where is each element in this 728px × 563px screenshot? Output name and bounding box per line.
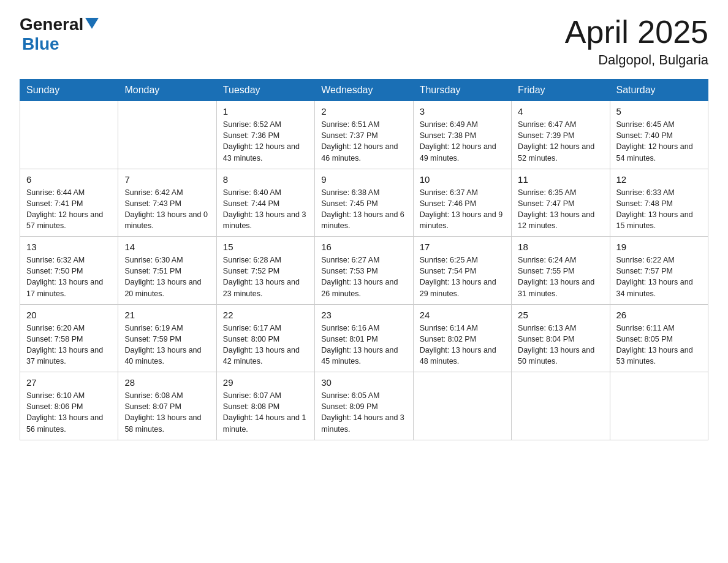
- calendar-cell: 19Sunrise: 6:22 AMSunset: 7:57 PMDayligh…: [610, 237, 708, 305]
- svg-marker-0: [85, 18, 99, 29]
- calendar-title: April 2025: [565, 15, 708, 50]
- day-number: 8: [223, 174, 308, 185]
- day-info: Sunrise: 6:52 AMSunset: 7:36 PMDaylight:…: [223, 119, 308, 164]
- day-info: Sunrise: 6:22 AMSunset: 7:57 PMDaylight:…: [616, 255, 702, 299]
- day-info: Sunrise: 6:51 AMSunset: 7:37 PMDaylight:…: [321, 119, 406, 164]
- calendar-cell: 11Sunrise: 6:35 AMSunset: 7:47 PMDayligh…: [512, 169, 610, 237]
- calendar-cell: 20Sunrise: 6:20 AMSunset: 7:58 PMDayligh…: [20, 304, 118, 372]
- calendar-cell: 23Sunrise: 6:16 AMSunset: 8:01 PMDayligh…: [315, 304, 413, 372]
- calendar-body: 1Sunrise: 6:52 AMSunset: 7:36 PMDaylight…: [20, 101, 708, 440]
- day-info: Sunrise: 6:14 AMSunset: 8:02 PMDaylight:…: [420, 323, 505, 367]
- day-info: Sunrise: 6:49 AMSunset: 7:38 PMDaylight:…: [420, 119, 505, 164]
- day-info: Sunrise: 6:33 AMSunset: 7:48 PMDaylight:…: [616, 187, 702, 232]
- day-number: 18: [518, 242, 603, 252]
- calendar-cell: 16Sunrise: 6:27 AMSunset: 7:53 PMDayligh…: [315, 237, 413, 305]
- col-thursday: Thursday: [413, 80, 511, 101]
- day-number: 15: [223, 242, 308, 252]
- day-info: Sunrise: 6:19 AMSunset: 7:59 PMDaylight:…: [124, 323, 210, 367]
- calendar-table: Sunday Monday Tuesday Wednesday Thursday…: [20, 79, 708, 440]
- day-info: Sunrise: 6:40 AMSunset: 7:44 PMDaylight:…: [223, 187, 308, 232]
- day-info: Sunrise: 6:28 AMSunset: 7:52 PMDaylight:…: [223, 255, 308, 299]
- day-number: 20: [26, 310, 112, 320]
- calendar-cell: 1Sunrise: 6:52 AMSunset: 7:36 PMDaylight…: [216, 101, 314, 169]
- calendar-cell: [512, 372, 610, 440]
- day-number: 9: [321, 174, 406, 185]
- day-info: Sunrise: 6:47 AMSunset: 7:39 PMDaylight:…: [518, 119, 603, 164]
- calendar-header: Sunday Monday Tuesday Wednesday Thursday…: [20, 80, 708, 101]
- calendar-week-5: 27Sunrise: 6:10 AMSunset: 8:06 PMDayligh…: [20, 372, 708, 440]
- day-info: Sunrise: 6:25 AMSunset: 7:54 PMDaylight:…: [420, 255, 505, 299]
- calendar-cell: 24Sunrise: 6:14 AMSunset: 8:02 PMDayligh…: [413, 304, 511, 372]
- calendar-subtitle: Dalgopol, Bulgaria: [565, 52, 708, 68]
- day-number: 11: [518, 174, 603, 185]
- calendar-cell: 3Sunrise: 6:49 AMSunset: 7:38 PMDaylight…: [413, 101, 511, 169]
- day-info: Sunrise: 6:16 AMSunset: 8:01 PMDaylight:…: [321, 323, 406, 367]
- day-info: Sunrise: 6:05 AMSunset: 8:09 PMDaylight:…: [321, 390, 406, 435]
- calendar-cell: 9Sunrise: 6:38 AMSunset: 7:45 PMDaylight…: [315, 169, 413, 237]
- day-number: 5: [616, 106, 702, 117]
- calendar-cell: 13Sunrise: 6:32 AMSunset: 7:50 PMDayligh…: [20, 237, 118, 305]
- day-info: Sunrise: 6:32 AMSunset: 7:50 PMDaylight:…: [26, 255, 112, 299]
- calendar-cell: 6Sunrise: 6:44 AMSunset: 7:41 PMDaylight…: [20, 169, 118, 237]
- day-info: Sunrise: 6:37 AMSunset: 7:46 PMDaylight:…: [420, 187, 505, 232]
- day-number: 21: [124, 310, 210, 320]
- calendar-cell: 17Sunrise: 6:25 AMSunset: 7:54 PMDayligh…: [413, 237, 511, 305]
- calendar-cell: 18Sunrise: 6:24 AMSunset: 7:55 PMDayligh…: [512, 237, 610, 305]
- calendar-cell: 22Sunrise: 6:17 AMSunset: 8:00 PMDayligh…: [216, 304, 314, 372]
- calendar-cell: 30Sunrise: 6:05 AMSunset: 8:09 PMDayligh…: [315, 372, 413, 440]
- day-number: 22: [223, 310, 308, 320]
- calendar-cell: 15Sunrise: 6:28 AMSunset: 7:52 PMDayligh…: [216, 237, 314, 305]
- day-number: 28: [124, 377, 210, 388]
- calendar-cell: [610, 372, 708, 440]
- day-info: Sunrise: 6:20 AMSunset: 7:58 PMDaylight:…: [26, 323, 112, 367]
- col-friday: Friday: [512, 80, 610, 101]
- calendar-cell: 10Sunrise: 6:37 AMSunset: 7:46 PMDayligh…: [413, 169, 511, 237]
- calendar-cell: 4Sunrise: 6:47 AMSunset: 7:39 PMDaylight…: [512, 101, 610, 169]
- day-number: 12: [616, 174, 702, 185]
- calendar-cell: 25Sunrise: 6:13 AMSunset: 8:04 PMDayligh…: [512, 304, 610, 372]
- col-sunday: Sunday: [20, 80, 118, 101]
- day-number: 7: [124, 174, 210, 185]
- day-info: Sunrise: 6:44 AMSunset: 7:41 PMDaylight:…: [26, 187, 112, 232]
- day-info: Sunrise: 6:08 AMSunset: 8:07 PMDaylight:…: [124, 390, 210, 435]
- calendar-cell: [118, 101, 216, 169]
- header-row: Sunday Monday Tuesday Wednesday Thursday…: [20, 80, 708, 101]
- calendar-cell: [413, 372, 511, 440]
- col-monday: Monday: [118, 80, 216, 101]
- day-info: Sunrise: 6:07 AMSunset: 8:08 PMDaylight:…: [223, 390, 308, 435]
- page-header: General Blue April 2025 Dalgopol, Bulgar…: [20, 15, 708, 68]
- day-info: Sunrise: 6:45 AMSunset: 7:40 PMDaylight:…: [616, 119, 702, 164]
- day-number: 30: [321, 377, 406, 388]
- calendar-cell: 12Sunrise: 6:33 AMSunset: 7:48 PMDayligh…: [610, 169, 708, 237]
- day-number: 4: [518, 106, 603, 117]
- day-number: 10: [420, 174, 505, 185]
- day-number: 27: [26, 377, 112, 388]
- calendar-cell: 2Sunrise: 6:51 AMSunset: 7:37 PMDaylight…: [315, 101, 413, 169]
- day-number: 13: [26, 242, 112, 252]
- day-info: Sunrise: 6:13 AMSunset: 8:04 PMDaylight:…: [518, 323, 603, 367]
- logo-blue-text: Blue: [22, 34, 59, 54]
- day-info: Sunrise: 6:11 AMSunset: 8:05 PMDaylight:…: [616, 323, 702, 367]
- day-number: 25: [518, 310, 603, 320]
- day-info: Sunrise: 6:27 AMSunset: 7:53 PMDaylight:…: [321, 255, 406, 299]
- day-number: 19: [616, 242, 702, 252]
- calendar-cell: 27Sunrise: 6:10 AMSunset: 8:06 PMDayligh…: [20, 372, 118, 440]
- day-number: 14: [124, 242, 210, 252]
- col-tuesday: Tuesday: [216, 80, 314, 101]
- day-number: 17: [420, 242, 505, 252]
- calendar-cell: 21Sunrise: 6:19 AMSunset: 7:59 PMDayligh…: [118, 304, 216, 372]
- calendar-cell: 26Sunrise: 6:11 AMSunset: 8:05 PMDayligh…: [610, 304, 708, 372]
- logo: General Blue: [20, 15, 99, 54]
- day-info: Sunrise: 6:35 AMSunset: 7:47 PMDaylight:…: [518, 187, 603, 232]
- day-number: 6: [26, 174, 112, 185]
- calendar-cell: 14Sunrise: 6:30 AMSunset: 7:51 PMDayligh…: [118, 237, 216, 305]
- day-info: Sunrise: 6:38 AMSunset: 7:45 PMDaylight:…: [321, 187, 406, 232]
- day-number: 2: [321, 106, 406, 117]
- day-number: 23: [321, 310, 406, 320]
- calendar-cell: 5Sunrise: 6:45 AMSunset: 7:40 PMDaylight…: [610, 101, 708, 169]
- calendar-cell: 28Sunrise: 6:08 AMSunset: 8:07 PMDayligh…: [118, 372, 216, 440]
- day-number: 29: [223, 377, 308, 388]
- day-number: 26: [616, 310, 702, 320]
- col-wednesday: Wednesday: [315, 80, 413, 101]
- title-block: April 2025 Dalgopol, Bulgaria: [565, 15, 708, 68]
